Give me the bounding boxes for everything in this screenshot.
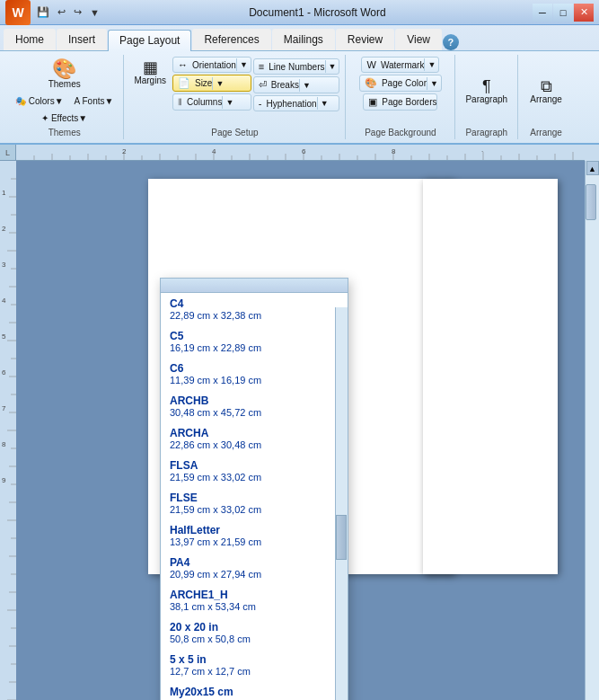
page-setup-group-label: Page Setup	[211, 126, 258, 137]
size-item-5-x-5-in[interactable]: 5 x 5 in12,7 cm x 12,7 cm	[161, 649, 348, 681]
size-icon: 📄	[173, 75, 195, 91]
size-item-dims: 21,59 cm x 33,02 cm	[170, 504, 339, 515]
size-item-name: 20 x 20 in	[170, 621, 339, 634]
tab-view[interactable]: View	[395, 29, 442, 50]
page-color-arrow: ▼	[427, 77, 441, 90]
page-borders-label: Page Borders	[382, 97, 436, 107]
minimize-button[interactable]: ─	[533, 4, 552, 22]
tab-review[interactable]: Review	[336, 29, 394, 50]
maximize-button[interactable]: □	[553, 4, 573, 22]
undo-quick-btn[interactable]: ↩	[55, 4, 68, 20]
paragraph-group: ¶ Paragraph Paragraph	[457, 55, 518, 139]
orientation-button[interactable]: ↔ Orientation ▼	[172, 57, 251, 73]
page-setup-buttons: ▦ Margins ↔ Orientation ▼ 📄 Size ▼	[129, 57, 339, 126]
scrollbar-thumb[interactable]	[586, 184, 596, 220]
page-color-label: Page Color	[382, 78, 427, 88]
size-item-archa[interactable]: ARCHA22,86 cm x 30,48 cm	[161, 422, 348, 455]
arrange-group-label: Arrange	[530, 126, 562, 137]
svg-text:8: 8	[2, 440, 6, 448]
line-numbers-icon: ≡	[254, 59, 269, 74]
page-background-label: Page Background	[365, 126, 436, 137]
window-title: Document1 - Microsoft Word	[102, 6, 533, 19]
size-button[interactable]: 📄 Size ▼	[172, 75, 251, 92]
size-item-name: C5	[170, 330, 339, 342]
svg-rect-0	[16, 145, 585, 161]
size-item-dims: 22,89 cm x 32,38 cm	[170, 310, 339, 321]
effects-button[interactable]: ✦ Effects▼	[37, 111, 92, 126]
watermark-button[interactable]: W Watermark ▼	[361, 57, 439, 73]
tab-insert[interactable]: Insert	[57, 29, 107, 50]
themes-button[interactable]: 🎨 Themes	[44, 57, 85, 92]
ruler-corner: L	[0, 145, 16, 161]
hyphenation-label: Hyphenation	[266, 99, 316, 109]
columns-label: Columns	[187, 97, 222, 107]
size-item-name: ARCHB	[170, 394, 339, 407]
colors-button[interactable]: 🎭 Colors▼	[11, 93, 68, 109]
size-item-c4[interactable]: C422,89 cm x 32,38 cm	[161, 293, 348, 325]
watermark-arrow: ▼	[424, 58, 438, 71]
size-item-20-x-20-in[interactable]: 20 x 20 in50,8 cm x 50,8 cm	[161, 616, 348, 649]
ribbon: Home Insert Page Layout References Maili…	[0, 25, 599, 145]
tab-mailings[interactable]: Mailings	[272, 29, 335, 50]
redo-quick-btn[interactable]: ↪	[71, 4, 84, 20]
size-scrollbar[interactable]	[335, 307, 348, 700]
size-item-my20x15-cm[interactable]: My20x15 cm20 cm x 15 cm	[161, 681, 348, 700]
dropdown-header	[161, 279, 348, 293]
save-quick-btn[interactable]: 💾	[34, 4, 52, 20]
size-item-name: 5 x 5 in	[170, 653, 339, 666]
page-color-icon: 🎨	[360, 75, 382, 91]
paragraph-icon: ¶	[482, 78, 491, 94]
columns-button[interactable]: ⫴ Columns ▼	[172, 93, 251, 111]
margins-icon: ▦	[143, 59, 158, 75]
size-item-halfletter[interactable]: HalfLetter13,97 cm x 21,59 cm	[161, 519, 348, 552]
margins-button[interactable]: ▦ Margins	[129, 57, 171, 88]
size-item-c6[interactable]: C611,39 cm x 16,19 cm	[161, 358, 348, 390]
themes-buttons: 🎨 Themes 🎭 Colors▼ A Fonts▼ ✦ Effects▼	[11, 57, 118, 126]
close-button[interactable]: ✕	[574, 4, 594, 22]
qa-dropdown-btn[interactable]: ▼	[87, 5, 102, 20]
paragraph-button[interactable]: ¶ Paragraph	[461, 75, 512, 107]
size-item-name: C4	[170, 297, 339, 310]
size-item-arche1_h[interactable]: ARCHE1_H38,1 cm x 53,34 cm	[161, 584, 348, 616]
horizontal-ruler: 2 4 6 8 ·	[16, 145, 585, 161]
title-bar: W 💾 ↩ ↪ ▼ Document1 - Microsoft Word ─ □…	[0, 0, 599, 25]
page-color-button[interactable]: 🎨 Page Color ▼	[359, 75, 442, 92]
size-item-dims: 16,19 cm x 22,89 cm	[170, 342, 339, 353]
themes-icon: 🎨	[52, 59, 76, 79]
page-borders-icon: ▣	[364, 94, 382, 110]
scrollbar-corner	[585, 145, 599, 161]
size-item-name: C6	[170, 362, 339, 375]
paragraph-group-label: Paragraph	[465, 126, 507, 137]
main-area: 1 2 3 4 5 6 7 8 9 C422,89 cm x 32,38 cmC…	[0, 161, 599, 700]
orientation-label: Orientation	[192, 60, 236, 70]
title-bar-left: W 💾 ↩ ↪ ▼	[5, 0, 102, 25]
size-item-dims: 21,59 cm x 33,02 cm	[170, 472, 339, 483]
size-item-archb[interactable]: ARCHB30,48 cm x 45,72 cm	[161, 390, 348, 422]
vertical-scrollbar: ▲ ▼	[585, 161, 599, 700]
page-setup-group: ▦ Margins ↔ Orientation ▼ 📄 Size ▼	[126, 55, 346, 139]
size-item-dims: 30,48 cm x 45,72 cm	[170, 407, 339, 418]
arrange-button[interactable]: ⧉ Arrange	[525, 75, 567, 107]
hyphenation-button[interactable]: - Hyphenation ▼	[253, 95, 340, 111]
svg-text:2: 2	[2, 225, 6, 233]
tab-references[interactable]: References	[192, 29, 270, 50]
tab-home[interactable]: Home	[4, 29, 56, 50]
tab-page-layout[interactable]: Page Layout	[108, 30, 191, 51]
size-item-pa4[interactable]: PA420,99 cm x 27,94 cm	[161, 552, 348, 584]
document-page-right	[423, 179, 558, 574]
size-item-c5[interactable]: C516,19 cm x 22,89 cm	[161, 325, 348, 358]
paragraph-label: Paragraph	[465, 94, 507, 104]
page-borders-button[interactable]: ▣ Page Borders	[363, 93, 437, 111]
scrollbar-track[interactable]	[586, 175, 599, 700]
size-item-flsa[interactable]: FLSA21,59 cm x 33,02 cm	[161, 455, 348, 487]
line-numbers-label: Line Numbers	[269, 62, 324, 72]
scrollbar-up-arrow[interactable]: ▲	[586, 161, 599, 175]
breaks-button[interactable]: ⏎ Breaks ▼	[253, 76, 340, 93]
office-button[interactable]: W	[5, 0, 31, 25]
scrollbar-thumb	[336, 515, 347, 560]
line-numbers-button[interactable]: ≡ Line Numbers ▼	[253, 58, 340, 75]
fonts-button[interactable]: A Fonts▼	[70, 93, 119, 109]
arrange-buttons: ⧉ Arrange	[525, 57, 567, 126]
help-button[interactable]: ?	[443, 34, 459, 50]
size-item-flse[interactable]: FLSE21,59 cm x 33,02 cm	[161, 487, 348, 519]
